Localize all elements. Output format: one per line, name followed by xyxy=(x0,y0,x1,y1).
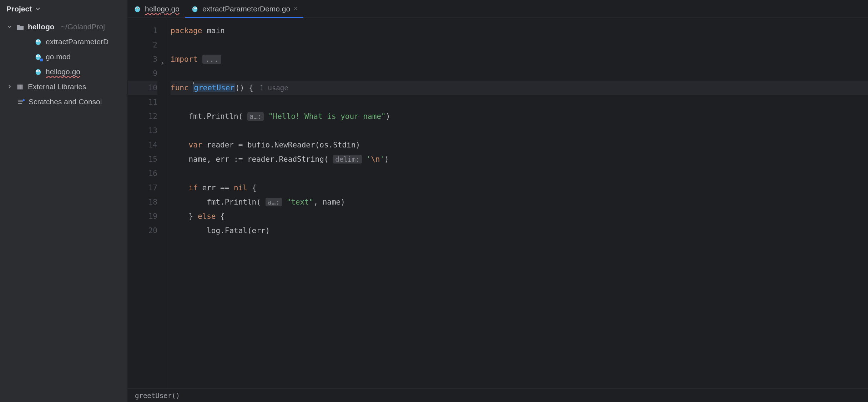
code-body[interactable]: package main import ... func greetUser()… xyxy=(166,18,868,388)
line-gutter: 1 2 3 9 10 11 12 13 14 15 16 17 18 19 20 xyxy=(128,18,166,388)
project-tree: hellogo ~/GolandProj extractParameterD g… xyxy=(0,18,127,111)
tree-file-extract[interactable]: extractParameterD xyxy=(0,34,127,49)
line-number: 11 xyxy=(128,95,157,109)
code-editor[interactable]: 1 2 3 9 10 11 12 13 14 15 16 17 18 19 20… xyxy=(128,18,868,388)
line-number: 13 xyxy=(128,124,157,138)
project-title: Project xyxy=(6,5,32,13)
param-hint: a…: xyxy=(247,112,264,121)
folder-icon xyxy=(16,23,24,30)
svg-rect-17 xyxy=(21,84,23,89)
go-file-icon xyxy=(34,38,42,46)
project-tool-header[interactable]: Project xyxy=(0,0,127,18)
line-number: 16 xyxy=(128,166,157,181)
tree-external-libraries[interactable]: External Libraries xyxy=(0,79,127,94)
line-number: 2 xyxy=(128,38,157,52)
tab-label: hellogo.go xyxy=(145,5,180,13)
project-sidebar: Project hellogo ~/GolandProj extractPara… xyxy=(0,0,128,402)
go-mod-icon xyxy=(34,53,42,61)
svg-rect-15 xyxy=(17,84,19,89)
tab-extractparameter[interactable]: extractParameterDemo.go × xyxy=(185,0,303,17)
chevron-right-icon xyxy=(7,85,12,89)
tab-label: extractParameterDemo.go xyxy=(202,5,290,13)
line-number: 18 xyxy=(128,195,157,209)
fold-placeholder[interactable]: ... xyxy=(202,55,222,64)
svg-point-3 xyxy=(37,41,37,41)
line-number: 17 xyxy=(128,181,157,195)
line-number: 10 xyxy=(128,81,157,95)
go-file-icon xyxy=(34,68,42,76)
svg-point-24 xyxy=(192,6,198,12)
svg-point-0 xyxy=(36,39,41,45)
editor-tabs: hellogo.go extractParameterDemo.go × xyxy=(128,0,868,18)
breadcrumb-item: greetUser() xyxy=(135,392,180,400)
svg-point-10 xyxy=(36,69,41,75)
tab-hellogo[interactable]: hellogo.go xyxy=(128,0,185,17)
svg-point-27 xyxy=(193,8,194,9)
current-line: func greetUser() {1 usage xyxy=(171,81,868,95)
svg-point-9 xyxy=(39,56,40,56)
chevron-down-icon xyxy=(35,6,40,11)
line-number: 3 xyxy=(128,52,157,66)
library-icon xyxy=(16,83,24,90)
svg-point-22 xyxy=(136,8,137,9)
chevron-down-icon xyxy=(7,25,12,29)
tree-scratches[interactable]: Scratches and Consol xyxy=(0,94,127,109)
line-number: 20 xyxy=(128,223,157,238)
tree-root-path: ~/GolandProj xyxy=(61,22,105,31)
line-number: 15 xyxy=(128,152,157,166)
svg-point-28 xyxy=(196,8,196,9)
svg-rect-16 xyxy=(19,84,21,89)
tree-scratches-label: Scratches and Consol xyxy=(29,97,102,106)
tree-file-hellogo[interactable]: hellogo.go xyxy=(0,64,127,79)
go-file-icon xyxy=(191,5,199,13)
line-number: 14 xyxy=(128,138,157,152)
svg-point-14 xyxy=(39,71,40,71)
line-number: 1 xyxy=(128,24,157,38)
svg-point-19 xyxy=(135,6,140,12)
line-number: 9 xyxy=(128,66,157,81)
tree-file-label: go.mod xyxy=(46,52,71,61)
tree-root-folder[interactable]: hellogo ~/GolandProj xyxy=(0,19,127,34)
svg-point-13 xyxy=(37,71,37,71)
editor-area: hellogo.go extractParameterDemo.go × 1 2… xyxy=(128,0,868,402)
scratches-icon xyxy=(17,98,25,105)
svg-point-23 xyxy=(138,8,139,9)
param-hint: a…: xyxy=(266,198,282,206)
tree-root-name: hellogo xyxy=(28,22,55,31)
param-hint: delim: xyxy=(333,155,362,164)
svg-point-4 xyxy=(39,41,40,41)
tree-file-gomod[interactable]: go.mod xyxy=(0,49,127,64)
close-icon[interactable]: × xyxy=(294,5,298,12)
svg-point-18 xyxy=(23,99,25,101)
fold-icon[interactable] xyxy=(160,56,165,70)
usage-hint[interactable]: 1 usage xyxy=(260,84,288,92)
tree-external-label: External Libraries xyxy=(28,82,86,91)
tree-file-label: hellogo.go xyxy=(46,67,80,76)
line-number: 19 xyxy=(128,209,157,223)
line-number: 12 xyxy=(128,109,157,124)
tree-file-label: extractParameterD xyxy=(46,37,108,46)
breadcrumb[interactable]: greetUser() xyxy=(128,388,868,402)
svg-point-8 xyxy=(37,56,37,56)
go-file-icon xyxy=(133,5,141,13)
